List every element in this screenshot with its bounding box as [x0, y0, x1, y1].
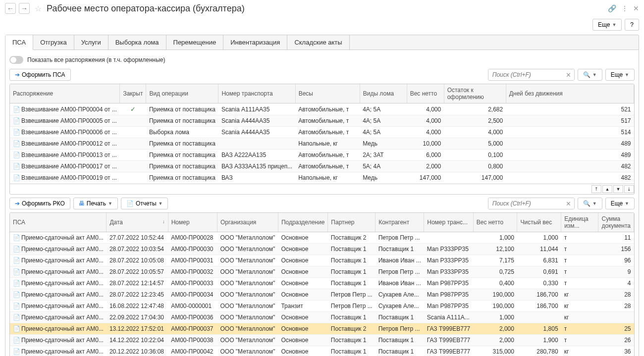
doc-icon: 📄	[13, 129, 20, 136]
col-header[interactable]: Номер	[168, 213, 217, 232]
table-row[interactable]: 📄Взвешивание АМ00-ПР00013 от ... Приемка…	[10, 150, 634, 161]
arrow-right-icon: ➔	[15, 200, 20, 207]
doc-icon: 📄	[13, 325, 20, 332]
col-header[interactable]: Сумма документа	[598, 213, 634, 232]
help-button[interactable]: ?	[625, 19, 639, 31]
page-title: Рабочее место оператора-кассира (бухгалт…	[47, 3, 605, 14]
doc-icon: 📄	[13, 268, 20, 275]
table-row[interactable]: 📄Приемо-сдаточный акт АМ0... 28.07.2022 …	[10, 244, 634, 255]
col-header[interactable]: Номер транспорта	[218, 84, 295, 103]
table-row[interactable]: 📄Приемо-сдаточный акт АМ0... 14.12.2022 …	[10, 335, 634, 346]
tab-5[interactable]: Инвентаризация	[223, 35, 287, 50]
col-header[interactable]: Закрыт	[120, 84, 146, 103]
col-header[interactable]: Подразделение	[278, 213, 327, 232]
print-button[interactable]: 🖶 Печать ▼	[73, 198, 118, 209]
doc-icon: 📄	[13, 140, 20, 147]
col-header[interactable]: ПСА	[10, 213, 107, 232]
doc-icon: 📄	[13, 117, 20, 124]
toggle-label: Показать все распоряжения (в т.ч. оформл…	[27, 56, 165, 63]
doc-icon: 📄	[13, 280, 20, 287]
create-rko-button[interactable]: ➔ Оформить РКО	[9, 198, 70, 209]
search-input-top[interactable]	[488, 69, 563, 80]
tabs: ПСАОтгрузкаУслугиВыборка ломаПеремещение…	[5, 35, 639, 50]
search-button-bottom[interactable]: 🔍 ▼	[578, 198, 602, 209]
more-button-top[interactable]: Еще ▼	[592, 19, 622, 31]
doc-icon: 📄	[13, 246, 20, 253]
col-header[interactable]: Виды лома	[360, 84, 407, 103]
reports-button[interactable]: 📄 Отчеты ▼	[121, 198, 168, 209]
table-row[interactable]: 📄Приемо-сдаточный акт АМ0... 22.09.2022 …	[10, 312, 634, 323]
table-row[interactable]: 📄Приемо-сдаточный акт АМ0... 28.07.2022 …	[10, 266, 634, 278]
show-all-toggle[interactable]	[9, 56, 23, 64]
favorite-icon[interactable]: ☆	[35, 4, 42, 13]
report-icon: 📄	[126, 200, 134, 207]
col-header[interactable]: Чистый вес	[517, 213, 561, 232]
col-header[interactable]: Распоряжение	[10, 84, 120, 103]
psa-table: ПСАДата ↓НомерОрганизацияПодразделениеПа…	[10, 213, 634, 356]
tab-3[interactable]: Выборка лома	[108, 35, 166, 50]
table-row[interactable]: 📄Взвешивание АМ00-ПР00006 от ... Выборка…	[10, 127, 634, 138]
search-button-top[interactable]: 🔍 ▼	[578, 69, 602, 81]
table-row[interactable]: 📄Взвешивание АМ00-ПР00017 от ... Приемка…	[10, 161, 634, 172]
doc-icon: 📄	[13, 291, 20, 298]
nav-up[interactable]: ▲	[602, 185, 612, 193]
table-row[interactable]: 📄Приемо-сдаточный акт АМ0... 28.07.2022 …	[10, 289, 634, 301]
menu-icon[interactable]: ⋮	[621, 4, 628, 12]
doc-icon: 📄	[13, 174, 20, 181]
tab-4[interactable]: Перемещение	[166, 35, 224, 50]
col-header[interactable]: Вес нетто	[407, 84, 444, 103]
table-row[interactable]: 📄Приемо-сдаточный акт АМ0... 16.08.2022 …	[10, 301, 634, 312]
table-row[interactable]: 📄Приемо-сдаточный акт АМ0... 28.07.2022 …	[10, 255, 634, 266]
doc-icon: 📄	[13, 234, 20, 241]
nav-strip-top: ⤒ ▲ ▼ ⤓	[10, 184, 634, 194]
table-row[interactable]: 📄Приемо-сдаточный акт АМ0... 28.07.2022 …	[10, 278, 634, 289]
nav-first[interactable]: ⤒	[591, 185, 601, 193]
table-row[interactable]: 📄Взвешивание АМ00-ПР00004 от ... ✓ Прием…	[10, 103, 634, 115]
nav-down[interactable]: ▼	[613, 185, 623, 193]
doc-icon: 📄	[13, 314, 20, 321]
doc-icon: 📄	[13, 163, 20, 170]
table-row[interactable]: 📄Взвешивание АМ00-ПР00012 от ... Приемка…	[10, 138, 634, 150]
link-icon[interactable]: 🔗	[608, 4, 616, 12]
col-header[interactable]: Вес нетто	[473, 213, 517, 232]
table-row[interactable]: 📄Взвешивание АМ00-ПР00019 от ... Приемка…	[10, 172, 634, 184]
col-header[interactable]: Вид операции	[146, 84, 218, 103]
table-row[interactable]: 📄Приемо-сдаточный акт АМ0... 13.12.2022 …	[10, 323, 634, 335]
col-header[interactable]: Организация	[217, 213, 278, 232]
table-row[interactable]: 📄Взвешивание АМ00-ПР00005 от ... Приемка…	[10, 115, 634, 127]
tab-6[interactable]: Складские акты	[287, 35, 349, 50]
table-row[interactable]: 📄Приемо-сдаточный акт АМ0... 20.12.2022 …	[10, 346, 634, 356]
forward-button[interactable]: →	[19, 3, 30, 14]
check-icon: ✓	[130, 105, 136, 113]
col-header[interactable]: Остаток к оформлению	[444, 84, 506, 103]
titlebar: ← → ☆ Рабочее место оператора-кассира (б…	[0, 0, 644, 17]
col-header[interactable]: Дней без движения	[506, 84, 634, 103]
table-row[interactable]: 📄Приемо-сдаточный акт АМ0... 27.07.2022 …	[10, 232, 634, 244]
nav-last[interactable]: ⤓	[624, 185, 634, 193]
search-input-bottom[interactable]	[488, 198, 563, 209]
more-button-grid2[interactable]: Еще ▼	[605, 198, 635, 209]
search-box-top: ✕	[488, 69, 575, 81]
tab-1[interactable]: Отгрузка	[33, 35, 74, 50]
doc-icon: 📄	[13, 348, 20, 355]
search-clear-bottom[interactable]: ✕	[563, 198, 574, 209]
back-button[interactable]: ←	[5, 3, 16, 14]
doc-icon: 📄	[13, 303, 20, 309]
col-header[interactable]: Партнер	[328, 213, 376, 232]
doc-icon: 📄	[13, 337, 20, 344]
col-header[interactable]: Весы	[295, 84, 360, 103]
close-icon[interactable]: ✕	[633, 4, 639, 12]
create-psa-button[interactable]: ➔ Оформить ПСА	[9, 69, 71, 81]
col-header[interactable]: Номер транс...	[424, 213, 474, 232]
col-header[interactable]: Контрагент	[376, 213, 424, 232]
arrow-right-icon: ➔	[15, 71, 20, 78]
col-header[interactable]: Дата ↓	[107, 213, 168, 232]
tab-0[interactable]: ПСА	[5, 35, 33, 50]
print-icon: 🖶	[79, 200, 85, 207]
doc-icon: 📄	[13, 257, 20, 264]
orders-table: РаспоряжениеЗакрытВид операцииНомер тран…	[10, 84, 634, 184]
tab-2[interactable]: Услуги	[74, 35, 108, 50]
search-clear-top[interactable]: ✕	[563, 69, 574, 80]
col-header[interactable]: Единица изм...	[561, 213, 598, 232]
more-button-grid1[interactable]: Еще ▼	[605, 69, 635, 81]
